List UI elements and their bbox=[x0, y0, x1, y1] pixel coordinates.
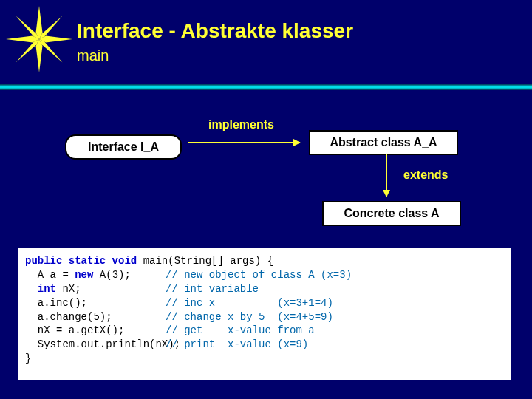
interface-box: Interface I_A bbox=[65, 134, 182, 160]
svg-marker-1 bbox=[39, 36, 72, 43]
implements-arrow bbox=[188, 142, 300, 143]
svg-marker-4 bbox=[39, 16, 63, 40]
svg-marker-5 bbox=[39, 39, 63, 63]
page-title: Interface - Abstrakte klasser bbox=[77, 19, 353, 43]
code-block: public static void main(String[] args) {… bbox=[18, 248, 511, 380]
svg-marker-6 bbox=[16, 39, 40, 63]
abstract-class-box: Abstract class A_A bbox=[309, 130, 458, 155]
starburst-icon bbox=[6, 6, 72, 72]
extends-label: extends bbox=[403, 168, 448, 182]
svg-marker-2 bbox=[36, 39, 43, 72]
svg-marker-0 bbox=[36, 6, 43, 39]
slide: Interface - Abstrakte klasser main imple… bbox=[0, 0, 532, 399]
implements-label: implements bbox=[208, 118, 274, 132]
svg-marker-3 bbox=[6, 36, 39, 43]
page-subtitle: main bbox=[77, 47, 109, 64]
extends-arrow bbox=[386, 154, 387, 197]
divider bbox=[0, 84, 532, 90]
svg-marker-7 bbox=[16, 16, 40, 40]
concrete-class-box: Concrete class A bbox=[322, 201, 461, 226]
